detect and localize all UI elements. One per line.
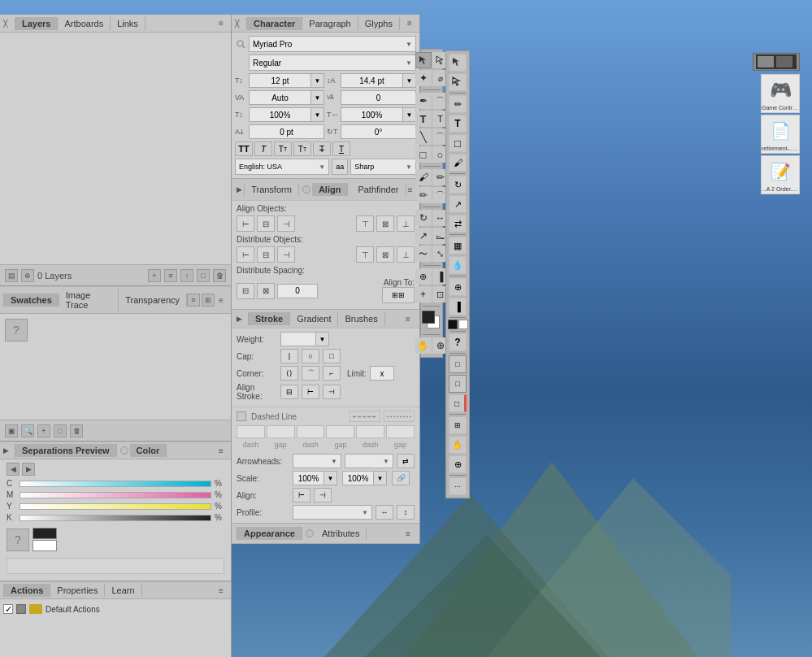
leading-unit[interactable]: ▼ <box>402 74 415 87</box>
new-color-group-btn[interactable]: + <box>37 424 50 437</box>
sep-swatch-btn[interactable]: ? <box>7 529 29 551</box>
char-collapse-icon[interactable]: ╳ <box>235 20 246 28</box>
move-to-layer-btn[interactable]: ↑ <box>180 269 193 282</box>
swap-arrowheads-btn[interactable]: ⇄ <box>397 454 415 468</box>
style-btn-T[interactable]: T <box>254 141 272 156</box>
mini-tool-1[interactable] <box>449 54 467 72</box>
hscale-spinbox[interactable]: 100% ▼ <box>341 107 416 122</box>
scale-tool[interactable]: ↗ <box>415 228 432 244</box>
scale2-unit[interactable]: ▼ <box>373 472 386 485</box>
align-collapse-btn[interactable]: ▶ <box>237 185 244 194</box>
rotate-tool[interactable]: ↻ <box>415 210 432 226</box>
tab-sep-preview[interactable]: Separations Preview <box>15 444 117 457</box>
tab-actions[interactable]: Actions <box>3 584 50 597</box>
tab-pathfinder[interactable]: Pathfinder <box>351 183 406 196</box>
file-item-retirement[interactable]: 📄 retirement-...form.pdf <box>761 115 800 154</box>
align-stroke-outside-btn[interactable]: ⊣ <box>323 385 341 399</box>
mini-tool-rect[interactable]: □ <box>449 134 467 152</box>
tab-links[interactable]: Links <box>111 17 145 30</box>
swatch-placeholder[interactable]: ? <box>5 319 28 342</box>
appearance-panel-menu[interactable]: ≡ <box>402 527 415 540</box>
style-btn-T-underline[interactable]: T <box>332 141 350 156</box>
tab-transform[interactable]: Transform <box>244 183 299 196</box>
align-right-btn[interactable]: ⊣ <box>277 215 295 232</box>
rect-tool[interactable]: □ <box>415 146 432 163</box>
hscale-unit[interactable]: ▼ <box>402 108 415 121</box>
align-start-btn[interactable]: ⊢ <box>293 488 310 503</box>
foreground-color-box[interactable] <box>33 528 57 539</box>
align-bottom-btn[interactable]: ⊥ <box>397 215 415 232</box>
pencil-tool[interactable]: ✏ <box>415 187 432 203</box>
mini-bottom-rect-1[interactable]: □ <box>449 355 467 373</box>
mini-tool-2[interactable] <box>449 73 467 91</box>
sep-collapse-btn[interactable]: ▶ <box>3 446 15 455</box>
sep-panel-menu[interactable]: ≡ <box>215 444 228 457</box>
selection-tool[interactable] <box>415 52 432 68</box>
tab-image-trace[interactable]: Image Trace <box>59 289 119 311</box>
cap-square-btn[interactable]: □ <box>323 349 341 363</box>
style-btn-T-super[interactable]: TT <box>274 141 292 156</box>
layers-panel-menu[interactable]: ≡ <box>215 17 228 30</box>
tab-brushes[interactable]: Brushes <box>338 312 384 325</box>
mini-tool-brush[interactable]: 🖌 <box>449 154 467 172</box>
warp-tool[interactable]: 〜 <box>415 246 432 262</box>
line-tool[interactable]: ╲ <box>415 128 432 145</box>
arrowhead-end-select[interactable]: ▼ <box>345 454 393 468</box>
tab-swatches[interactable]: Swatches <box>3 294 59 307</box>
align-stroke-center-btn[interactable]: ⊟ <box>280 385 298 399</box>
mini-question-btn[interactable]: ? <box>449 333 467 351</box>
link-scale-btn[interactable]: 🔗 <box>392 471 410 485</box>
mini-bg-color[interactable] <box>458 320 468 329</box>
align-to-btn[interactable]: ⊞⊞ <box>382 287 415 303</box>
dist-center-h-btn[interactable]: ⊟ <box>257 246 275 263</box>
paintbrush-tool[interactable]: 🖌 <box>415 169 432 185</box>
tab-align[interactable]: Align <box>312 183 349 196</box>
new-sublayer-btn[interactable]: ≡ <box>164 269 177 282</box>
cyan-slider[interactable] <box>20 481 211 487</box>
char-panel-menu[interactable]: ≡ <box>403 17 416 30</box>
mini-tool-symbol[interactable]: ⊕ <box>449 278 467 296</box>
gap-input-3[interactable] <box>386 425 415 438</box>
align-center-h-btn[interactable]: ⊟ <box>257 215 275 232</box>
close-collapse-icon[interactable]: ╳ <box>3 20 15 28</box>
mini-tool-graph[interactable]: ▐ <box>449 298 467 315</box>
dist-bottom-btn[interactable]: ⊥ <box>397 246 415 263</box>
mini-bottom-btn[interactable]: □ <box>449 394 467 412</box>
align-stroke-inside-btn[interactable]: ⊢ <box>302 385 319 399</box>
mini-dots-btn[interactable]: ··· <box>449 477 467 495</box>
swatches-list-view[interactable]: ≡ <box>187 294 200 307</box>
cap-butt-btn[interactable]: | <box>280 349 298 363</box>
tab-properties[interactable]: Properties <box>50 584 105 597</box>
align-panel-menu[interactable]: ≡ <box>406 183 415 196</box>
swatches-grid-view[interactable]: ⊞ <box>202 294 215 307</box>
dashed-pattern-1-btn[interactable] <box>350 411 380 422</box>
rotate-spinbox[interactable]: 0° <box>341 124 416 139</box>
dist-right-btn[interactable]: ⊣ <box>277 246 295 263</box>
tab-appearance[interactable]: Appearance <box>237 527 302 540</box>
magenta-slider[interactable] <box>20 492 211 498</box>
symbol-sprayer-tool[interactable]: ⊕ <box>415 268 432 285</box>
font-name-dropdown[interactable]: Myriad Pro ▼ <box>249 36 416 52</box>
foreground-color-well[interactable] <box>422 311 435 324</box>
tab-character[interactable]: Character <box>246 17 302 30</box>
leading-spinbox[interactable]: 14.4 pt ▼ <box>341 73 416 88</box>
dist-top-btn[interactable]: ⊤ <box>356 246 374 263</box>
style-btn-T-strike[interactable]: T <box>313 141 331 156</box>
mini-tool-type[interactable]: T <box>449 115 467 133</box>
magic-wand-tool[interactable]: ✦ <box>415 70 432 86</box>
mini-fg-color[interactable] <box>448 320 458 329</box>
mini-tool-eyedrop[interactable]: 💧 <box>449 256 467 274</box>
align-left-btn[interactable]: ⊢ <box>237 215 254 232</box>
collect-in-layer-btn[interactable]: □ <box>197 269 210 282</box>
mini-tool-scale[interactable]: ↗ <box>449 195 467 213</box>
spacing-input[interactable]: 0 <box>277 284 318 298</box>
font-style-dropdown[interactable]: Regular ▼ <box>249 54 416 71</box>
dist-spacing-h-btn[interactable]: ⊟ <box>237 283 254 299</box>
tab-gradient[interactable]: Gradient <box>290 312 338 325</box>
tab-artboards[interactable]: Artboards <box>58 17 111 30</box>
tab-learn[interactable]: Learn <box>105 584 141 597</box>
dist-spacing-v-btn[interactable]: ⊠ <box>257 283 275 299</box>
dash-input-2[interactable] <box>297 425 325 438</box>
action-checkbox[interactable]: ✓ <box>3 604 13 614</box>
corner-bevel-btn[interactable]: ⌐ <box>323 366 341 381</box>
